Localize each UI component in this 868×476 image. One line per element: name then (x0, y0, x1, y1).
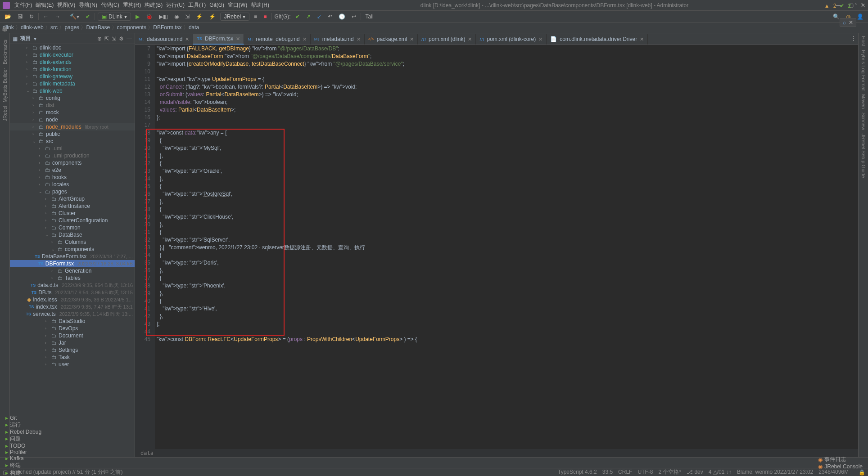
chevron-icon[interactable]: › (51, 240, 56, 244)
close-tab-icon[interactable]: ✕ (236, 36, 240, 42)
jrebel-selector[interactable]: JRebel▾ (220, 13, 249, 21)
tree-row[interactable]: ›🗀components (10, 159, 135, 166)
tool-window-button[interactable]: ▸Profiler (3, 449, 814, 455)
breadcrumb-item[interactable]: DBForm.tsx (153, 24, 181, 31)
open-icon[interactable]: 📂 (3, 13, 13, 21)
chevron-icon[interactable]: › (26, 60, 31, 64)
tree-row[interactable]: ›🗀dlink-gateway (10, 73, 135, 80)
tree-row[interactable]: ⌄🗀src (10, 138, 135, 145)
chevron-icon[interactable]: ⌄ (39, 189, 43, 194)
tree-row[interactable]: ›🗀config (10, 94, 135, 102)
menu-item[interactable]: 工具(T) (188, 2, 206, 8)
chevron-icon[interactable]: › (26, 67, 31, 72)
breadcrumb-item[interactable]: components (117, 24, 146, 31)
debug-icon[interactable]: 🐞 (144, 13, 154, 21)
chevron-icon[interactable]: › (45, 218, 50, 223)
git-history-icon[interactable]: ↶ (326, 13, 334, 21)
chevron-icon[interactable]: › (51, 276, 56, 280)
chevron-icon[interactable]: › (39, 146, 43, 151)
tabs-more-icon[interactable]: ⋮ (851, 35, 856, 41)
status-item[interactable]: 2348/4096M (818, 469, 849, 475)
tree-row[interactable]: TSservice.ts2022/3/9 9:35, 1.14 kB 昨天 13… (10, 310, 135, 318)
chevron-icon[interactable]: › (51, 269, 56, 273)
breadcrumb-item[interactable]: data (189, 24, 199, 31)
git-commit-icon[interactable]: ✔ (294, 13, 302, 21)
chevron-icon[interactable]: › (26, 45, 31, 50)
tree-row[interactable]: ›🗀AlertInstance (10, 202, 135, 210)
tree-row[interactable]: ›🗀Task (10, 354, 135, 361)
chevron-icon[interactable]: › (39, 153, 43, 158)
menu-item[interactable]: 代码(C) (101, 2, 119, 8)
next-icon[interactable]: ˅ (861, 3, 863, 9)
hide-icon[interactable]: — (127, 36, 132, 42)
tree-row[interactable]: ⌄🗀pages (10, 188, 135, 195)
chevron-icon[interactable]: › (32, 103, 37, 108)
tree-row[interactable]: ◆index.less2022/3/9 9:35, 36 B 2022/4/5 … (10, 296, 135, 303)
right-stripe-maven[interactable]: Maven (861, 94, 866, 109)
tree-row[interactable]: ›🗀dlink-function (10, 66, 135, 73)
tree-row[interactable]: ›🗀DevOps (10, 325, 135, 332)
lock-icon[interactable]: 🔒 (859, 469, 865, 476)
jrebel-run-icon[interactable]: ⚡ (194, 13, 204, 21)
menu-item[interactable]: 构建(B) (145, 2, 163, 8)
chevron-icon[interactable]: › (45, 341, 50, 345)
editor-tab[interactable]: mpom.xml (dlink)✕ (418, 34, 476, 45)
menu-item[interactable]: 视图(V) (57, 2, 75, 8)
tree-row[interactable]: TSindex.tsx2022/3/9 9:35, 7.47 kB 昨天 13:… (10, 303, 135, 310)
run-icon[interactable]: ▶ (134, 13, 141, 21)
chevron-icon[interactable]: › (32, 110, 37, 115)
chevron-icon[interactable]: › (26, 81, 31, 86)
close-tab-icon[interactable]: ✕ (640, 36, 644, 42)
close-tab-icon[interactable]: ✕ (410, 36, 414, 42)
editor-tab[interactable]: </>package.xml✕ (365, 34, 418, 45)
tree-row[interactable]: ›🗀dlink-executor (10, 51, 135, 58)
settings-icon[interactable]: ⚙ (119, 36, 124, 42)
menu-item[interactable]: 编辑(E) (36, 2, 54, 8)
forward-icon[interactable]: → (53, 13, 62, 21)
close-tab-icon[interactable]: ✕ (185, 36, 189, 42)
status-item[interactable]: 4 △/01 ↓↑ (709, 469, 732, 475)
left-stripe-mybatis[interactable]: MyBatis Builder (2, 68, 8, 102)
jrebel-debug-icon[interactable]: ⚡ (207, 13, 217, 21)
status-item[interactable]: TypeScript 4.6.2 (558, 469, 597, 475)
menu-item[interactable]: 导航(N) (79, 2, 97, 8)
chevron-icon[interactable]: › (45, 204, 50, 208)
right-stripe-sciview[interactable]: SciView (861, 112, 866, 130)
status-item[interactable]: ⎇ dev (687, 469, 703, 475)
chevron-icon[interactable]: ⌄ (45, 233, 50, 237)
tree-row[interactable]: ›🗀.umi (10, 145, 135, 152)
tree-row[interactable]: ›🗀Common (10, 224, 135, 231)
editor-tab[interactable]: M↓datasource.md✕ (135, 34, 193, 45)
tree-row[interactable]: ›🗀dlink-metadata (10, 80, 135, 87)
chevron-icon[interactable]: › (32, 96, 37, 100)
run-config-selector[interactable]: ▣DLink▾ (98, 13, 131, 21)
tool-window-button[interactable]: ▸Kafka (3, 455, 814, 462)
chevron-icon[interactable]: › (45, 197, 50, 201)
menu-item[interactable]: 帮助(H) (251, 2, 269, 8)
menu-item[interactable]: 窗口(W) (228, 2, 247, 8)
project-tree[interactable]: ›🗀dlink-doc›🗀dlink-executor›🗀dlink-exten… (10, 44, 135, 457)
tree-row[interactable]: ⌄🗀components (10, 246, 135, 253)
tree-row[interactable]: ⌄🗀DataBase (10, 231, 135, 238)
close-tab-icon[interactable]: ✕ (303, 36, 307, 42)
chevron-icon[interactable]: › (45, 326, 50, 331)
menu-item[interactable]: 重构(R) (123, 2, 141, 8)
sync-icon[interactable]: ↻ (27, 13, 36, 21)
close-indicator-icon[interactable]: ✕ (849, 19, 853, 26)
chevron-icon[interactable]: › (45, 319, 50, 323)
status-item[interactable]: 2 个空格* (658, 469, 681, 475)
tree-row[interactable]: ›🗀user (10, 361, 135, 368)
tool-window-button[interactable]: ◉事件日志 (815, 456, 865, 463)
chevron-icon[interactable]: › (39, 161, 43, 165)
breadcrumb-item[interactable]: DataBase (86, 24, 110, 31)
collapse-icon[interactable]: ⇲ (112, 36, 116, 42)
tree-row[interactable]: ›🗀node_moduleslibrary root (10, 123, 135, 130)
stop-all-icon[interactable]: ■ (262, 13, 268, 21)
reader-mode-indicator[interactable]: ⌕ ✕ (840, 18, 856, 27)
bottom-tool-stripe[interactable]: ▸Git▸运行▸Rebel Debug▸问题▸TODO▸Profiler▸Kaf… (0, 457, 868, 468)
tree-row[interactable]: ›🗀dlink-extends (10, 58, 135, 66)
stop-icon[interactable]: ■ (252, 13, 259, 21)
tree-row[interactable]: ›🗀Jar (10, 339, 135, 346)
rollback-icon[interactable]: ↩ (350, 13, 358, 21)
tree-row[interactable]: ›🗀node (10, 116, 135, 123)
